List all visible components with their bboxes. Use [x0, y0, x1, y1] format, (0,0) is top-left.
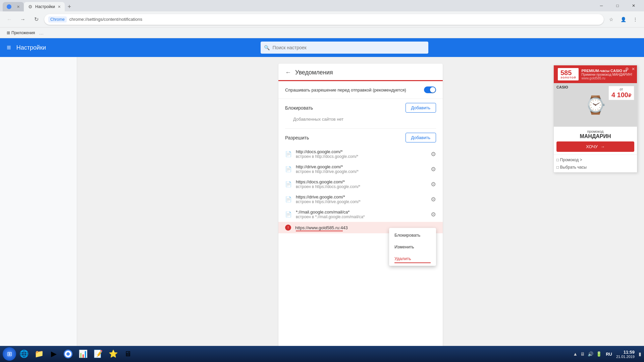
content-area: ← Уведомления Спрашивать разрешение пере… [0, 57, 644, 362]
bookmarks-bar: ⊞ Приложения … [0, 27, 644, 38]
site-info-4: https://drive.google.com/* встроен в htt… [296, 194, 427, 204]
address-input-wrap[interactable]: Chrome chrome://settings/content/notific… [44, 14, 604, 25]
maximize-button[interactable]: □ [610, 1, 625, 10]
site-item-3[interactable]: 📄 https://docs.google.com/* встроен в ht… [278, 177, 443, 192]
ad-close-button[interactable]: ✕ [632, 67, 635, 71]
settings-menu-icon[interactable]: ≡ [7, 43, 11, 52]
site-url-3: https://docs.google.com/* [296, 179, 427, 184]
chrome-label: Chrome [48, 17, 67, 22]
block-section-title: Блокировать [285, 105, 313, 111]
reload-button[interactable]: ↻ [31, 14, 42, 25]
star-button[interactable]: ☆ [606, 15, 616, 24]
bookmark-apps-label: Приложения [11, 31, 35, 35]
site-action-icon-4[interactable]: ⚙ [431, 196, 436, 203]
ad-brand-sub: ЗОЛОТОЙ [560, 76, 576, 79]
taskbar-chrome[interactable] [61, 347, 75, 361]
apps-grid-icon: ⊞ [7, 31, 10, 35]
back-button[interactable]: ← [285, 69, 291, 76]
allow-section-title: Разрешить [285, 135, 309, 140]
account-button[interactable]: 👤 [619, 15, 628, 24]
site-item-1[interactable]: 📄 http://docs.google.com/* встроен в htt… [278, 146, 443, 162]
ad-promo-section: промокод МАНДАРИН ХОЧУ → [554, 127, 637, 155]
bookmark-apps[interactable]: ⊞ Приложения [4, 29, 38, 37]
site-page-icon-5: 📄 [285, 211, 292, 218]
site-item-5[interactable]: 📄 *://mail.google.com/mail/ca* встроен в… [278, 207, 443, 222]
forward-button[interactable]: → [17, 14, 28, 25]
red-circle-icon: ! [285, 225, 291, 231]
site-url-2: http://drive.google.com/* [296, 164, 427, 169]
app7-icon: 🖥 [124, 350, 131, 358]
selected-underline [296, 231, 343, 231]
chrome-icon [64, 350, 72, 358]
taskbar-word[interactable]: 📝 [91, 347, 105, 361]
ad-brand: 585 [560, 69, 576, 76]
promo-code-name: МАНДАРИН [556, 133, 634, 139]
settings-header: ≡ Настройки 🔍 [0, 38, 644, 57]
ad-header-promo: Примени промокод МАНДАРИН! [581, 73, 633, 76]
toggle-knob [430, 87, 435, 93]
site-url-4: https://drive.google.com/* [296, 194, 427, 199]
close-button[interactable]: ✕ [626, 1, 641, 10]
site-action-icon-2[interactable]: ⚙ [431, 166, 436, 173]
site-action-icon-3[interactable]: ⚙ [431, 181, 436, 188]
ie-icon: 🌐 [19, 350, 29, 358]
show-desktop-icon[interactable]: ▮ [639, 351, 641, 357]
new-tab-button[interactable]: + [65, 2, 74, 11]
tab-close-1[interactable]: ✕ [17, 5, 20, 9]
taskbar-favorites[interactable]: ⭐ [106, 347, 120, 361]
ad-link-2[interactable]: □ Выбрать часы [556, 164, 634, 171]
taskbar-app7[interactable]: 🖥 [121, 347, 135, 361]
site-action-icon-5[interactable]: ⚙ [431, 211, 436, 218]
allow-add-button[interactable]: Добавить [406, 133, 436, 142]
site-info-3: https://docs.google.com/* встроен в http… [296, 179, 427, 189]
search-input[interactable] [261, 42, 428, 54]
context-menu-item-block[interactable]: Блокировать [389, 229, 436, 241]
ad-link-1[interactable]: □ Промокод > [556, 156, 634, 164]
site-item-4[interactable]: 📄 https://drive.google.com/* встроен в h… [278, 192, 443, 207]
site-sub-5: встроен в *://mail.google.com/mail/ca* [296, 215, 427, 219]
taskbar-right: ▲ 🖥 🔊 🔋 RU 11:59 21.01.2019 ▮ [573, 350, 641, 359]
block-section-header: Блокировать Добавить [285, 103, 436, 113]
tab-favicon-1 [7, 4, 11, 9]
ad-links: □ Промокод > □ Выбрать часы [554, 155, 637, 172]
minimize-button[interactable]: ─ [594, 1, 609, 10]
price-value: 4 100₽ [611, 91, 631, 99]
toggle-row: Спрашивать разрешение перед отправкой (р… [278, 81, 443, 99]
block-add-button[interactable]: Добавить [406, 103, 436, 113]
word-icon: 📝 [94, 350, 103, 358]
toggle-switch[interactable] [424, 86, 436, 93]
delete-underline [394, 262, 431, 263]
site-item-2[interactable]: 📄 http://drive.google.com/* встроен в ht… [278, 162, 443, 177]
panel-title: Уведомления [295, 69, 333, 76]
tray-up-icon[interactable]: ▲ [573, 351, 578, 357]
taskbar-media[interactable]: ▶ [47, 347, 60, 361]
block-empty-message: Добавленных сайтов нет [285, 115, 436, 124]
ad-header: 585 ЗОЛОТОЙ PREMIUM-часы CASIO от Примен… [554, 65, 637, 83]
site-list: 📄 http://docs.google.com/* встроен в htt… [278, 146, 443, 233]
site-sub-1: встроен в http://docs.google.com/* [296, 154, 427, 159]
back-button[interactable]: ← [4, 14, 15, 25]
casio-label: CASIO [556, 85, 568, 89]
ad-settings-icon[interactable]: ⚙ [625, 67, 629, 71]
menu-button[interactable]: ⋮ [631, 15, 640, 24]
tab-inactive[interactable]: ✕ [3, 2, 24, 11]
context-menu-item-delete[interactable]: Удалить [389, 253, 436, 264]
want-button[interactable]: ХОЧУ → [556, 141, 634, 152]
taskbar-excel[interactable]: 📊 [76, 347, 90, 361]
start-button[interactable]: ⊞ [3, 347, 16, 361]
context-menu-item-change[interactable]: Изменить [389, 241, 436, 253]
site-action-icon-1[interactable]: ⚙ [431, 150, 436, 158]
tab-active[interactable]: ⚙ Настройки ✕ [24, 2, 65, 11]
settings-title: Настройки [16, 44, 46, 51]
address-bar: ← → ↻ Chrome chrome://settings/content/n… [0, 11, 644, 27]
panel-header: ← Уведомления [278, 64, 443, 81]
taskbar-files[interactable]: 📁 [32, 347, 46, 361]
block-section: Блокировать Добавить Добавленных сайтов … [278, 99, 443, 128]
tab-favicon-2: ⚙ [28, 4, 33, 9]
tray-battery-icon: 🔋 [596, 351, 602, 357]
allow-section: Разрешить Добавить [278, 129, 443, 146]
taskbar-clock: 11:59 21.01.2019 [616, 350, 635, 359]
tab-close-2[interactable]: ✕ [58, 5, 61, 9]
taskbar-ie[interactable]: 🌐 [17, 347, 31, 361]
clock-time: 11:59 [616, 350, 635, 355]
